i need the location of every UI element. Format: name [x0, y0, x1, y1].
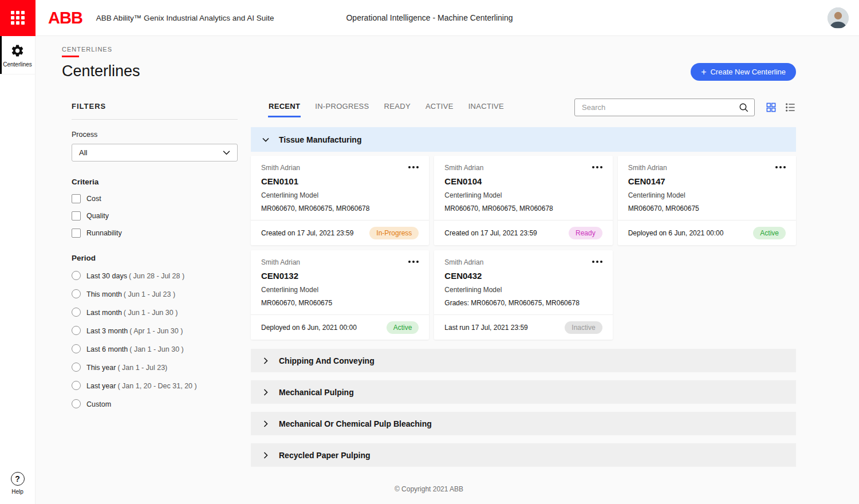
checkbox-quality[interactable]: Quality [72, 211, 238, 220]
centerline-card-cen0101[interactable]: Smith Adrian CEN0101 Centerlining Model … [251, 156, 429, 245]
radio-icon [72, 344, 81, 353]
grid-view-icon[interactable] [766, 102, 777, 113]
radio-last-year[interactable]: Last year( Jan 1, 20 - Dec 31, 20 ) [72, 380, 238, 391]
app-title: Operational Intelligence - Machine Cente… [346, 13, 513, 22]
radio-icon [72, 381, 81, 390]
radio-last-6-month[interactable]: Last 6 month( Jan 1 - Jun 30 ) [72, 344, 238, 354]
radio-last-30-days[interactable]: Last 30 days( Jun 28 - Jul 28 ) [72, 270, 238, 281]
checkbox-runnability[interactable]: Runnability [72, 229, 238, 238]
radio-icon [72, 271, 81, 280]
copyright-text: © Copyright 2021 ABB [62, 485, 796, 493]
card-owner: Smith Adrian [628, 164, 667, 172]
radio-last-3-month[interactable]: Last 3 month( Apr 1 - Jun 30 ) [72, 325, 238, 336]
card-grades: Grades: MR060670, MR060675, MR060678 [444, 299, 602, 307]
section-title: Tissue Manufacturing [279, 135, 361, 144]
tab-in-progress[interactable]: IN-PROGRESS [314, 97, 369, 117]
card-menu-icon[interactable] [775, 164, 786, 171]
criteria-label: Criteria [72, 178, 238, 186]
tab-recent[interactable]: RECENT [268, 97, 301, 117]
centerline-card-cen0432[interactable]: Smith Adrian CEN0432 Centerlining Model … [434, 250, 612, 340]
card-model: Centerlining Model [261, 286, 419, 294]
centerline-card-cen0147[interactable]: Smith Adrian CEN0147 Centerlining Model … [618, 156, 796, 245]
checkbox-cost[interactable]: Cost [72, 194, 238, 203]
left-nav-rail: Centerlines ? Help [0, 36, 36, 504]
chevron-right-icon [262, 452, 269, 459]
card-footer-meta: Created on 17 Jul, 2021 23:59 [444, 229, 537, 237]
card-owner: Smith Adrian [444, 164, 483, 172]
radio-range: ( Jan 1 - Jun 30 ) [129, 345, 184, 353]
status-badge: In-Progress [369, 227, 419, 239]
search-icon[interactable] [739, 103, 749, 115]
tabs: RECENT IN-PROGRESS READY ACTIVE INACTIVE [268, 97, 505, 117]
radio-label: Last year [86, 382, 116, 390]
radio-icon [72, 308, 81, 317]
view-toggles [766, 102, 796, 113]
search-input[interactable] [575, 103, 754, 112]
help-label: Help [11, 489, 23, 495]
status-badge: Active [753, 227, 786, 239]
top-header: ABB ABB Ability™ Genix Industrial Analyt… [0, 0, 859, 36]
radio-last-month[interactable]: Last month( Jun 1 - Jun 30 ) [72, 307, 238, 317]
section-header-recycled-paper-pulping[interactable]: Recycled Paper Pulping [251, 443, 796, 467]
centerlines-main: RECENT IN-PROGRESS READY ACTIVE INACTIVE [251, 97, 796, 467]
radio-range: ( Jan 1, 20 - Dec 31, 20 ) [117, 382, 196, 390]
breadcrumb-accent-bar [62, 56, 79, 57]
process-select[interactable]: All [72, 144, 238, 162]
section-header-mechanical-or-chemical-pulp-bleaching[interactable]: Mechanical Or Chemical Pulp Bleaching [251, 412, 796, 435]
radio-icon [72, 289, 81, 298]
main-content: CENTERLINES Centerlines + Create New Cen… [36, 36, 859, 504]
tab-active[interactable]: ACTIVE [425, 97, 454, 117]
radio-this-month[interactable]: This month( Jun 1 - Jul 23 ) [72, 289, 238, 299]
card-model: Centerlining Model [628, 191, 786, 199]
sections-list: Tissue Manufacturing Smith Adrian CEN010… [251, 127, 796, 467]
grid-menu-icon [11, 11, 25, 25]
radio-label: Last month [86, 309, 122, 317]
radio-icon [72, 363, 81, 372]
sidebar-item-centerlines[interactable]: Centerlines [0, 36, 35, 74]
card-menu-icon[interactable] [408, 258, 419, 265]
status-badge: Ready [569, 227, 602, 239]
card-menu-icon[interactable] [592, 258, 602, 265]
radio-range: ( Apr 1 - Jun 30 ) [129, 327, 183, 335]
status-badge: Inactive [565, 321, 602, 334]
create-new-centerline-button[interactable]: + Create New Centerline [691, 63, 796, 81]
period-label: Period [72, 254, 238, 262]
card-model: Centerlining Model [261, 191, 419, 199]
section-title: Mechanical Pulping [279, 388, 354, 397]
page-header: CENTERLINES Centerlines + Create New Cen… [62, 46, 796, 80]
card-menu-icon[interactable] [592, 164, 602, 171]
radio-this-year[interactable]: This year( Jan 1 - Jul 23) [72, 362, 238, 372]
card-owner: Smith Adrian [261, 164, 300, 172]
card-footer-meta: Deployed on 6 Jun, 2021 00:00 [261, 324, 357, 332]
centerline-card-cen0132[interactable]: Smith Adrian CEN0132 Centerlining Model … [251, 250, 429, 340]
section-header-mechanical-pulping[interactable]: Mechanical Pulping [251, 380, 796, 404]
tab-ready[interactable]: READY [384, 97, 411, 117]
card-grades: MR060670, MR060675, MR060678 [261, 204, 419, 212]
radio-range: ( Jun 28 - Jul 28 ) [129, 272, 184, 280]
empty-grid-cell [618, 250, 796, 340]
section-title: Chipping And Conveying [279, 356, 375, 365]
filters-panel: FILTERS Process All Criteria Cost Qualit… [72, 97, 238, 409]
radio-custom[interactable]: Custom [72, 399, 238, 409]
user-avatar[interactable] [828, 7, 849, 29]
section-header-chipping-and-conveying[interactable]: Chipping And Conveying [251, 349, 796, 372]
checkbox-label: Runnability [86, 229, 122, 237]
card-owner: Smith Adrian [261, 258, 300, 266]
card-model: Centerlining Model [444, 191, 602, 199]
help-button[interactable]: ? Help [11, 472, 25, 495]
app-launcher-button[interactable] [0, 0, 36, 36]
radio-label: This year [86, 364, 116, 372]
avatar-photo [828, 7, 849, 29]
centerline-card-cen0104[interactable]: Smith Adrian CEN0104 Centerlining Model … [434, 156, 612, 245]
radio-label: Last 30 days [86, 272, 127, 280]
list-view-icon[interactable] [785, 102, 796, 113]
section-header-tissue-manufacturing[interactable]: Tissue Manufacturing [251, 127, 796, 152]
card-id: CEN0101 [261, 176, 419, 186]
card-menu-icon[interactable] [408, 164, 419, 171]
tab-inactive[interactable]: INACTIVE [468, 97, 505, 117]
card-footer-meta: Last run 17 Jul, 2021 23:59 [444, 324, 527, 332]
search-box [574, 99, 755, 116]
plus-icon: + [701, 68, 706, 77]
radio-range: ( Jun 1 - Jun 30 ) [124, 309, 178, 317]
section-title: Mechanical Or Chemical Pulp Bleaching [279, 419, 432, 428]
